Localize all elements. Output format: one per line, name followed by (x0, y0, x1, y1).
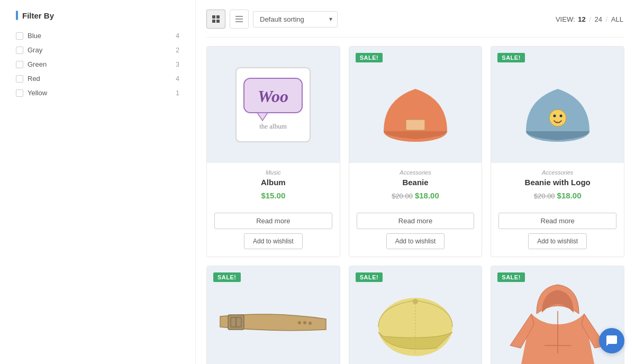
product-name: Beanie (357, 178, 475, 187)
add-to-wishlist-button[interactable]: Add to wishlist (244, 233, 303, 249)
filter-checkbox-yellow[interactable] (16, 89, 23, 97)
filter-checkbox-red[interactable] (16, 75, 23, 83)
sort-select[interactable]: Default sorting (253, 11, 338, 28)
product-image: Woo the album (207, 47, 340, 163)
product-illustration (491, 47, 624, 163)
filter-count: 2 (176, 47, 179, 54)
filter-label[interactable]: Gray (28, 46, 42, 54)
product-category: Accessories (357, 169, 475, 176)
svg-rect-1 (216, 15, 220, 19)
svg-point-15 (549, 110, 566, 126)
chat-button[interactable] (599, 328, 624, 353)
svg-rect-0 (212, 15, 215, 19)
product-image: SALE! (491, 47, 624, 163)
svg-rect-4 (235, 16, 243, 17)
product-category: Accessories (498, 169, 616, 176)
filter-count: 4 (176, 32, 179, 40)
view-24-link[interactable]: 24 (595, 15, 602, 23)
add-to-wishlist-button[interactable]: Add to wishlist (386, 233, 445, 249)
product-price: $20.00$18.00 (357, 191, 475, 200)
svg-point-20 (298, 321, 301, 324)
product-card: SALE! Accessories Beanie with Logo $20.0… (491, 46, 624, 257)
sidebar: Filter By Blue 4 Gray 2 Green 3 Red 4 Ye… (0, 0, 196, 364)
sale-badge: SALE! (213, 272, 241, 282)
product-info: Music Album $15.00 (207, 163, 340, 213)
svg-point-25 (413, 299, 418, 304)
view-12-link[interactable]: 12 (578, 15, 585, 23)
read-more-button[interactable]: Read more (214, 213, 332, 229)
list-icon (235, 15, 243, 23)
sale-badge: SALE! (356, 272, 383, 282)
filter-list: Blue 4 Gray 2 Green 3 Red 4 Yellow 1 (16, 29, 179, 100)
toolbar-left: Default sorting ▾ (206, 10, 338, 29)
product-price: $15.00 (214, 191, 332, 200)
product-card: SALE! Read more Add to wishlist (206, 266, 340, 364)
list-view-button[interactable] (230, 10, 249, 29)
product-image: SALE! (349, 266, 482, 364)
read-more-button[interactable]: Read more (357, 213, 475, 229)
svg-rect-2 (212, 20, 215, 23)
filter-label[interactable]: Green (28, 60, 47, 68)
add-to-wishlist-button[interactable]: Add to wishlist (528, 233, 587, 249)
svg-text:the album: the album (260, 122, 287, 130)
svg-point-16 (553, 115, 556, 117)
filter-count: 4 (176, 75, 179, 83)
filter-label[interactable]: Red (28, 75, 40, 83)
filter-item: Blue 4 (16, 29, 179, 43)
product-illustration: Woo the album (207, 47, 340, 163)
product-actions: Read more Add to wishlist (491, 213, 624, 257)
read-more-button[interactable]: Read more (498, 213, 616, 229)
filter-label[interactable]: Blue (28, 32, 41, 40)
sale-badge: SALE! (497, 53, 525, 62)
filter-title: Filter By (16, 11, 179, 20)
filter-item: Gray 2 (16, 43, 179, 57)
filter-checkbox-green[interactable] (16, 61, 23, 68)
product-illustration (349, 47, 482, 163)
grid-view-button[interactable] (206, 10, 225, 29)
svg-rect-5 (235, 19, 243, 20)
svg-rect-13 (406, 120, 425, 130)
view-count: VIEW: 12 / 24 / ALL (556, 15, 624, 23)
product-price: $20.00$18.00 (498, 191, 616, 200)
product-card: SALE! Read more Add to wishlist (349, 266, 483, 364)
sale-badge: SALE! (356, 53, 383, 62)
view-label: VIEW: (556, 15, 575, 23)
product-actions: Read more Add to wishlist (207, 213, 340, 257)
product-info: Accessories Beanie with Logo $20.00$18.0… (491, 163, 624, 213)
svg-point-18 (309, 322, 312, 325)
filter-label[interactable]: Yellow (28, 89, 47, 97)
view-all-link[interactable]: ALL (611, 15, 623, 23)
sale-badge: SALE! (497, 272, 525, 282)
svg-point-17 (559, 115, 562, 117)
product-category: Music (214, 169, 332, 176)
main-content: Default sorting ▾ VIEW: 12 / 24 / ALL (196, 0, 635, 364)
grid-icon (212, 15, 220, 23)
sort-wrapper: Default sorting ▾ (253, 11, 338, 28)
product-info: Accessories Beanie $20.00$18.00 (349, 163, 482, 213)
product-image: SALE! (207, 266, 340, 364)
product-name: Beanie with Logo (498, 178, 616, 187)
product-card: SALE! Accessories Beanie $20.00$18.00 Re… (349, 46, 483, 257)
svg-rect-6 (235, 21, 243, 22)
svg-rect-3 (216, 20, 220, 23)
svg-text:Woo: Woo (258, 87, 288, 106)
product-actions: Read more Add to wishlist (349, 213, 482, 257)
filter-checkbox-blue[interactable] (16, 32, 23, 40)
product-image: SALE! (349, 47, 482, 163)
filter-count: 3 (176, 61, 179, 68)
chat-icon (605, 334, 618, 347)
filter-count: 1 (176, 89, 179, 97)
filter-item: Yellow 1 (16, 86, 179, 100)
filter-checkbox-gray[interactable] (16, 47, 23, 54)
filter-item: Red 4 (16, 71, 179, 86)
product-card: Woo the album Music Album $15.00 Read mo… (206, 46, 340, 257)
svg-point-19 (303, 321, 306, 324)
filter-item: Green 3 (16, 57, 179, 71)
toolbar: Default sorting ▾ VIEW: 12 / 24 / ALL (206, 5, 624, 38)
product-name: Album (214, 178, 332, 187)
products-grid: Woo the album Music Album $15.00 Read mo… (206, 46, 624, 364)
